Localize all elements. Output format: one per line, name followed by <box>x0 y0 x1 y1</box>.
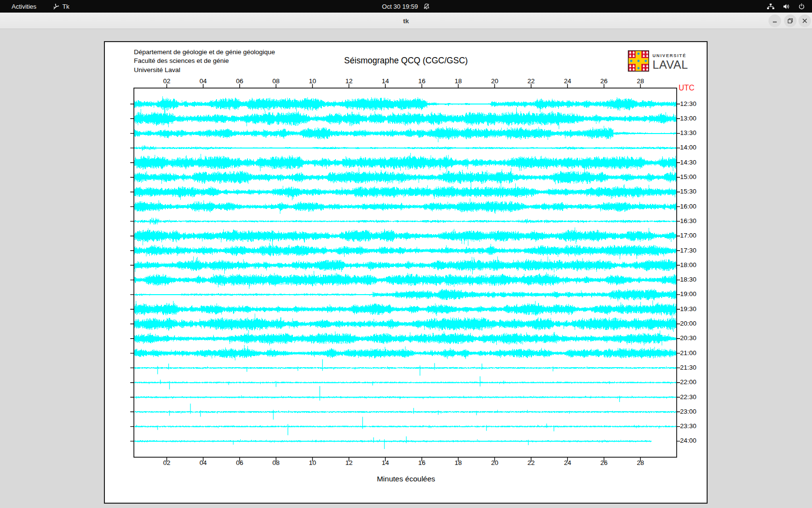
universite-laval-logo: UNIVERSITÉ LAVAL <box>628 50 688 74</box>
trace-row <box>134 395 677 399</box>
window-title: tk <box>0 13 812 29</box>
logo-text-laval: LAVAL <box>652 58 688 72</box>
screen: Activities Tk Oct 30 19:59 <box>0 0 812 508</box>
trace-row <box>134 153 677 174</box>
trace-row <box>134 330 677 346</box>
system-tray-button[interactable] <box>767 0 805 13</box>
clock-text: Oct 30 19:59 <box>382 3 418 10</box>
trace-row <box>134 439 651 443</box>
trace-row <box>134 183 677 200</box>
header-line-2: Faculté des sciences et de génie <box>134 57 275 65</box>
minimize-button[interactable] <box>768 15 781 27</box>
trace-row <box>134 126 677 142</box>
trace-row <box>134 227 677 246</box>
volume-icon <box>783 3 790 10</box>
power-icon <box>798 3 805 10</box>
window-title-bar[interactable]: tk <box>0 13 812 29</box>
header-line-3: Université Laval <box>134 66 275 75</box>
trace-spikes <box>137 386 620 402</box>
trace-row <box>134 410 677 414</box>
trace-row <box>134 243 677 259</box>
trace-row <box>134 256 677 275</box>
x-axis-title: Minutes écoulées <box>271 475 541 483</box>
trace-row <box>134 314 677 331</box>
desktop-top-bar: Activities Tk Oct 30 19:59 <box>0 0 812 13</box>
network-icon <box>767 3 775 10</box>
notifications-off-icon <box>423 3 430 10</box>
trace-row <box>134 366 677 370</box>
trace-row <box>134 96 677 114</box>
trace-row <box>134 218 677 225</box>
trace-spikes <box>233 436 602 449</box>
trace-row <box>134 381 677 385</box>
trace-row <box>134 198 677 214</box>
trace-row <box>134 345 677 360</box>
trace-row <box>134 425 677 429</box>
maximize-button[interactable] <box>784 15 797 27</box>
helicorder-plot <box>128 82 689 469</box>
logo-text-universite: UNIVERSITÉ <box>652 53 688 58</box>
trace-group <box>134 96 677 449</box>
figure-title: Séismographe QCQ (CGC/GSC) <box>271 56 541 66</box>
trace-row <box>134 271 677 288</box>
laval-shield-icon <box>628 50 649 74</box>
figure-header: Département de géologie et de génie géol… <box>134 48 275 75</box>
close-button[interactable] <box>798 15 811 27</box>
trace-row <box>134 300 677 316</box>
plot-frame <box>134 88 677 457</box>
clock-button[interactable]: Oct 30 19:59 <box>0 0 812 13</box>
axis-ticks <box>130 84 681 462</box>
trace-row <box>134 167 677 188</box>
trace-row <box>134 107 677 129</box>
header-line-1: Département de géologie et de génie géol… <box>134 48 275 57</box>
trace-row <box>134 289 677 301</box>
trace-row <box>134 145 677 150</box>
